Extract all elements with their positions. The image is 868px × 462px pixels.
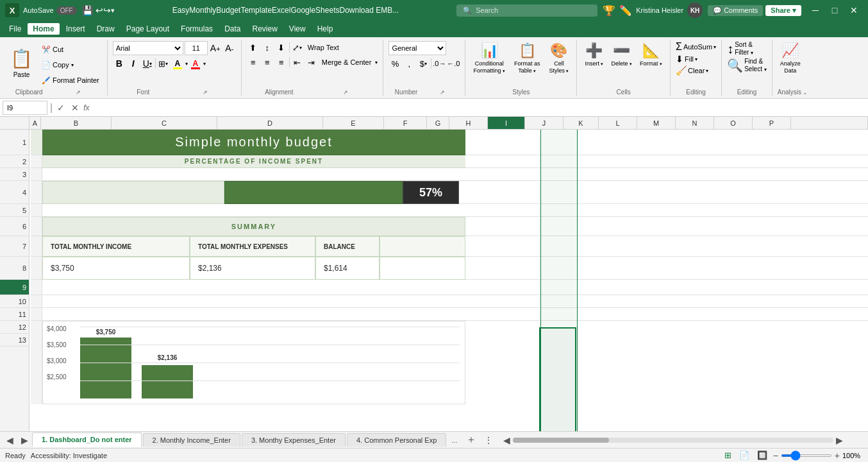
row-header-4[interactable]: 4 <box>0 181 29 204</box>
orientation-btn[interactable]: ⤢▾ <box>291 41 304 54</box>
wrap-text-btn[interactable]: Wrap Text <box>305 42 342 53</box>
col-header-D[interactable]: D <box>217 117 323 129</box>
analysis-expand-icon[interactable]: ⌄ <box>803 89 808 96</box>
menu-data[interactable]: Data <box>219 23 246 35</box>
sheet-nav-prev[interactable]: ◀ <box>3 434 17 447</box>
formula-cancel-btn[interactable]: ✕ <box>69 103 81 113</box>
redo-btn[interactable]: ↪ <box>103 5 111 15</box>
col-header-K[interactable]: K <box>563 117 599 129</box>
col-header-C[interactable]: C <box>112 117 217 129</box>
row-header-10[interactable]: 10 <box>0 295 29 308</box>
zoom-range-input[interactable] <box>781 454 832 457</box>
row-header-3[interactable]: 3 <box>0 168 29 181</box>
format-painter-button[interactable]: 🖌️ Format Painter <box>39 73 102 87</box>
sheet-tab-1[interactable]: 1. Dashboard_Do not enter <box>32 432 142 447</box>
currency-btn[interactable]: $▾ <box>417 57 430 70</box>
menu-view[interactable]: View <box>284 23 311 35</box>
align-bottom-btn[interactable]: ⬇ <box>275 41 288 54</box>
fill-color-btn[interactable]: A <box>171 57 184 70</box>
col-header-P[interactable]: P <box>753 117 791 129</box>
decrease-decimal-btn[interactable]: ←.0 <box>447 57 460 70</box>
minimize-btn[interactable]: ─ <box>806 3 824 17</box>
align-top-btn[interactable]: ⬆ <box>247 41 260 54</box>
maximize-btn[interactable]: □ <box>826 3 844 17</box>
fill-dropdown[interactable]: ▾ <box>695 56 697 62</box>
sheet-options-btn[interactable]: ⋮ <box>481 434 496 447</box>
font-family-select[interactable]: Arial <box>113 41 183 55</box>
save-btn[interactable]: 💾 <box>82 5 93 15</box>
comments-btn[interactable]: 💬 Comments <box>708 5 763 16</box>
row-header-1[interactable]: 1 <box>0 130 29 155</box>
row-header-12[interactable]: 12 <box>0 321 29 334</box>
align-middle-btn[interactable]: ↕ <box>261 41 274 54</box>
scroll-track[interactable] <box>513 438 833 443</box>
formula-input[interactable] <box>92 103 866 112</box>
font-color-btn[interactable]: A <box>189 57 202 70</box>
row-header-11[interactable]: 11 <box>0 308 29 321</box>
col-header-I[interactable]: I <box>488 117 525 129</box>
row-header-9[interactable]: 9 <box>0 280 29 295</box>
menu-draw[interactable]: Draw <box>92 23 120 35</box>
format-as-table-btn[interactable]: 📋 Format asTable ▾ <box>512 41 543 76</box>
row-header-7[interactable]: 7 <box>0 236 29 257</box>
align-center-btn[interactable]: ≡ <box>261 56 274 69</box>
scroll-left-btn[interactable]: ◀ <box>501 435 513 445</box>
bold-btn[interactable]: B <box>113 57 126 70</box>
sheet-tab-2[interactable]: 2. Monthly Income_Enter <box>143 433 240 447</box>
paste-button[interactable]: 📋 Paste <box>5 40 38 86</box>
autosum-dropdown[interactable]: ▾ <box>714 44 716 50</box>
number-format-select[interactable]: General Number Currency Accounting Date … <box>388 41 446 55</box>
sheet-nav-next[interactable]: ▶ <box>17 434 32 447</box>
clipboard-expand[interactable]: ↗ <box>54 89 101 96</box>
row-header-8[interactable]: 8 <box>0 257 29 280</box>
comma-btn[interactable]: , <box>403 57 415 70</box>
borders-btn[interactable]: ⊞▾ <box>157 57 170 70</box>
col-header-H[interactable]: H <box>449 117 488 129</box>
cell-styles-btn[interactable]: 🎨 CellStyles ▾ <box>546 41 571 76</box>
row-header-2[interactable]: 2 <box>0 155 29 168</box>
spreadsheet-area[interactable]: Simple monthly budget PERCENTAGE OF INCO… <box>29 130 868 431</box>
menu-help[interactable]: Help <box>312 23 338 35</box>
col-header-F[interactable]: F <box>384 117 427 129</box>
page-break-view-btn[interactable]: 🔲 <box>755 450 769 461</box>
cell-reference-input[interactable] <box>3 101 47 115</box>
zoom-minus-btn[interactable]: − <box>773 450 778 461</box>
sheet-add-btn[interactable]: ＋ <box>461 432 481 448</box>
format-btn[interactable]: 📐 Format ▾ <box>637 41 665 69</box>
sheet-tab-more[interactable]: ... <box>447 434 461 447</box>
col-header-M[interactable]: M <box>637 117 676 129</box>
merge-center-dropdown[interactable]: ▾ <box>375 60 378 65</box>
normal-view-btn[interactable]: ⊞ <box>722 450 733 461</box>
alignment-expand[interactable]: ↗ <box>313 89 378 96</box>
font-color-dropdown[interactable]: ▾ <box>203 61 206 67</box>
col-header-J[interactable]: J <box>525 117 563 129</box>
underline-btn[interactable]: U▾ <box>141 57 154 70</box>
delete-btn[interactable]: ➖ Delete ▾ <box>608 41 635 69</box>
font-expand[interactable]: ↗ <box>175 89 236 96</box>
menu-home[interactable]: Home <box>28 23 59 35</box>
col-header-N[interactable]: N <box>676 117 714 129</box>
row-header-5[interactable]: 5 <box>0 204 29 217</box>
col-header-G[interactable]: G <box>427 117 449 129</box>
scroll-right-btn[interactable]: ▶ <box>833 435 846 445</box>
accessibility-btn[interactable]: Accessibility: Investigate <box>31 452 107 459</box>
zoom-slider[interactable]: − + 100% <box>773 450 863 461</box>
italic-btn[interactable]: I <box>127 57 140 70</box>
copy-dropdown[interactable]: ▾ <box>71 62 74 68</box>
row-header-13[interactable]: 13 <box>0 334 29 346</box>
merge-center-btn[interactable]: Merge & Center <box>319 57 374 67</box>
font-size-input[interactable] <box>185 41 208 55</box>
autosave-toggle[interactable]: OFF <box>56 6 77 15</box>
align-left-btn[interactable]: ≡ <box>247 56 260 69</box>
sheet-tab-4[interactable]: 4. Common Personal Exp <box>347 433 446 447</box>
menu-insert[interactable]: Insert <box>61 23 90 35</box>
decrease-indent-btn[interactable]: ⇤ <box>291 56 304 69</box>
col-header-O[interactable]: O <box>714 117 753 129</box>
clear-dropdown[interactable]: ▾ <box>706 68 708 74</box>
col-header-L[interactable]: L <box>599 117 637 129</box>
sheet-tab-3[interactable]: 3. Monthy Expenses_Enter <box>242 433 346 447</box>
copy-button[interactable]: 📄 Copy ▾ <box>39 58 102 72</box>
row-header-6[interactable]: 6 <box>0 217 29 236</box>
align-right-btn[interactable]: ≡ <box>275 56 288 69</box>
conditional-formatting-btn[interactable]: 📊 ConditionalFormatting ▾ <box>471 41 508 76</box>
